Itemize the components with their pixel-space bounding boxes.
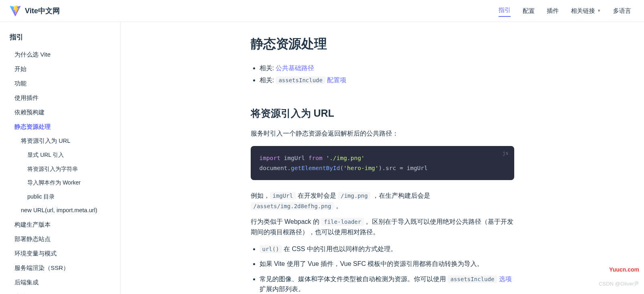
nav-config[interactable]: 配置 — [523, 6, 535, 16]
nav-language[interactable]: 多语言 — [613, 6, 631, 16]
sidebar-item-import-string[interactable]: 将资源引入为字符串 — [0, 162, 120, 176]
related-item: 相关: 公共基础路径 — [260, 63, 514, 73]
link-assets-include-option[interactable]: assetsInclude 选项 — [448, 276, 512, 282]
link-public-base-path[interactable]: 公共基础路径 — [276, 65, 314, 71]
content: 静态资源处理 相关: 公共基础路径 相关: assetsInclude 配置项 … — [121, 0, 644, 294]
topbar: Vite中文网 指引 配置 插件 相关链接▼ 多语言 — [0, 0, 644, 22]
sidebar-item-build-prod[interactable]: 构建生产版本 — [0, 217, 120, 232]
sidebar: 指引 为什么选 Vite 开始 功能 使用插件 依赖预构建 静态资源处理 将资源… — [0, 22, 121, 294]
sidebar-title: 指引 — [0, 32, 120, 47]
code-block: jsimport imgUrl from './img.png' documen… — [251, 146, 514, 180]
paragraph-intro: 服务时引入一个静态资源会返回解析后的公共路径： — [251, 128, 514, 139]
sidebar-item-features[interactable]: 功能 — [0, 76, 120, 91]
section-heading: 将资源引入为 URL — [251, 103, 514, 121]
nav-guide[interactable]: 指引 — [499, 5, 511, 17]
vite-logo-icon — [10, 5, 21, 16]
watermark-yuucn: Yuucn.com — [609, 265, 639, 274]
logo-link[interactable]: Vite中文网 — [10, 5, 60, 17]
sidebar-item-static-assets[interactable]: 静态资源处理 — [0, 120, 120, 134]
sidebar-item-env-mode[interactable]: 环境变量与模式 — [0, 246, 120, 261]
sidebar-item-ssr[interactable]: 服务端渲染（SSR） — [0, 261, 120, 275]
sidebar-item-dep-prebundle[interactable]: 依赖预构建 — [0, 105, 120, 120]
sidebar-item-start[interactable]: 开始 — [0, 62, 120, 76]
top-nav: 指引 配置 插件 相关链接▼ 多语言 — [499, 5, 631, 17]
sidebar-item-import-worker[interactable]: 导入脚本作为 Worker — [0, 176, 120, 189]
code-lang-badge: js — [503, 149, 508, 157]
nav-related-links[interactable]: 相关链接▼ — [571, 6, 601, 16]
list-item: 常见的图像、媒体和字体文件类型被自动检测为资源。你可以使用 assetsIncl… — [260, 274, 514, 294]
sidebar-item-why[interactable]: 为什么选 Vite — [0, 47, 120, 62]
bullet-list: url() 在 CSS 中的引用也以同样的方式处理。 如果 Vite 使用了 V… — [251, 244, 514, 294]
sidebar-item-use-plugins[interactable]: 使用插件 — [0, 91, 120, 105]
paragraph-example: 例如，imgUrl 在开发时会是 /img.png ，在生产构建后会是 /ass… — [251, 191, 514, 211]
nav-plugins[interactable]: 插件 — [547, 6, 559, 16]
chevron-down-icon: ▼ — [597, 8, 601, 14]
list-item: url() 在 CSS 中的引用也以同样的方式处理。 — [260, 244, 514, 254]
watermark-csdn: CSDN @Oliver尹 — [599, 280, 639, 288]
sidebar-item-public-dir[interactable]: public 目录 — [0, 190, 120, 203]
sidebar-item-new-url[interactable]: new URL(url, import.meta.url) — [0, 203, 120, 217]
sidebar-item-explicit-url[interactable]: 显式 URL 引入 — [0, 148, 120, 162]
sidebar-item-backend[interactable]: 后端集成 — [0, 275, 120, 290]
sidebar-item-compare[interactable]: 比较 — [0, 290, 120, 294]
site-title: Vite中文网 — [25, 5, 60, 17]
related-list: 相关: 公共基础路径 相关: assetsInclude 配置项 — [251, 63, 514, 85]
list-item: 如果 Vite 使用了 Vue 插件，Vue SFC 模板中的资源引用都将自动转… — [260, 259, 514, 269]
page-title: 静态资源处理 — [251, 34, 514, 54]
link-assets-include[interactable]: assetsInclude 配置项 — [276, 77, 346, 83]
sidebar-item-import-url[interactable]: 将资源引入为 URL — [0, 134, 120, 148]
sidebar-item-deploy-static[interactable]: 部署静态站点 — [0, 232, 120, 246]
related-item: 相关: assetsInclude 配置项 — [260, 75, 514, 85]
paragraph-webpack: 行为类似于 Webpack 的 file-loader 。区别在于导入既可以使用… — [251, 217, 514, 237]
